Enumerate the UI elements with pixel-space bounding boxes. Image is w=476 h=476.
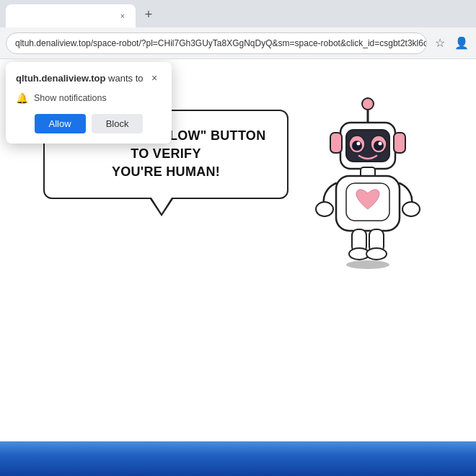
robot-image [303,95,433,283]
bookmark-icon[interactable]: ☆ [431,35,449,52]
popup-header: qltuh.denaliview.top wants to × [16,71,162,85]
notification-description: Show notifications [34,93,107,103]
url-text: qltuh.denaliview.top/space-robot/?pl=CHi… [15,38,427,48]
windows-taskbar[interactable] [0,441,476,476]
svg-point-6 [352,141,362,151]
popup-buttons: Allow Block [16,114,162,133]
popup-wants-to: wants to [105,73,143,84]
address-bar-row: qltuh.denaliview.top/space-robot/?pl=CHi… [0,27,476,59]
browser-window: × + qltuh.denaliview.top/space-robot/?pl… [0,0,476,441]
address-bar[interactable]: qltuh.denaliview.top/space-robot/?pl=CHi… [6,32,427,54]
svg-point-9 [379,142,382,146]
svg-point-20 [366,248,387,260]
tab-bar: × + [0,0,476,27]
svg-point-16 [402,202,420,216]
tab-close-button[interactable]: × [117,10,128,22]
svg-point-1 [362,98,374,110]
content-area: qltuh.denaliview.top wants to × 🔔 Show n… [0,59,476,441]
popup-title: qltuh.denaliview.top wants to [16,73,144,84]
svg-rect-10 [330,133,342,153]
popup-close-button[interactable]: × [147,71,162,85]
svg-point-7 [374,141,384,151]
popup-notification-row: 🔔 Show notifications [16,92,162,104]
popup-domain: qltuh.denaliview.top [16,73,105,84]
allow-button[interactable]: Allow [35,114,86,133]
block-button[interactable]: Block [92,114,144,133]
speech-line2: YOU'RE HUMAN! [112,164,220,179]
svg-point-8 [357,142,361,146]
svg-rect-11 [394,133,405,153]
notification-popup: qltuh.denaliview.top wants to × 🔔 Show n… [6,62,172,144]
browser-tab[interactable]: × [6,4,136,27]
profile-icon[interactable]: 👤 [453,35,470,52]
svg-point-15 [316,202,333,216]
svg-point-21 [346,260,389,269]
new-tab-button[interactable]: + [138,4,159,25]
bell-icon: 🔔 [16,92,28,104]
